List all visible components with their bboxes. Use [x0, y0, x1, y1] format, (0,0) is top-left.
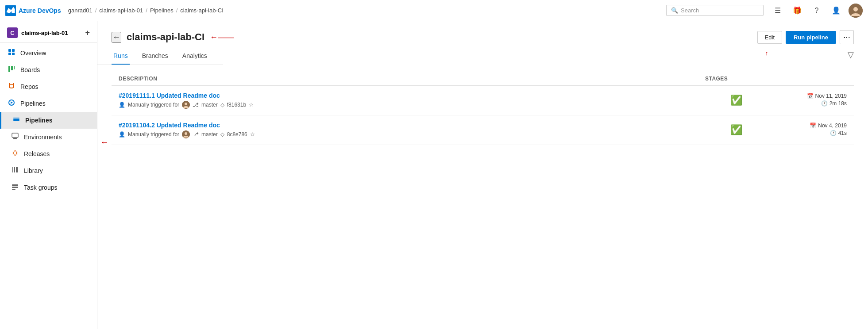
- svg-point-27: [185, 103, 187, 105]
- trigger-icon: 👤: [119, 131, 125, 138]
- run-pipeline-button[interactable]: Run pipeline: [786, 31, 836, 44]
- nav-label-releases: Releases: [24, 150, 50, 157]
- svg-point-2: [853, 7, 858, 11]
- star-icon: ☆: [250, 131, 255, 138]
- svg-rect-3: [8, 49, 11, 52]
- row-meta: 👤 Manually triggered for ⎇ master ◇ f816…: [119, 101, 705, 109]
- row-title[interactable]: #20191104.2 Updated Readme doc: [119, 122, 705, 129]
- branch-icon: ⎇: [193, 102, 199, 108]
- page-title: claims-api-lab-CI: [127, 31, 204, 43]
- row-description: #20191104.2 Updated Readme doc 👤 Manuall…: [119, 122, 705, 138]
- svg-rect-6: [12, 53, 15, 55]
- branch-name: master: [201, 131, 218, 138]
- breadcrumb-project[interactable]: claims-api-lab-01: [99, 7, 143, 14]
- table-row[interactable]: #20191111.1 Updated Readme doc 👤 Manuall…: [112, 86, 854, 115]
- nav-item-overview[interactable]: Overview: [0, 45, 97, 61]
- project-header: C claims-api-lab-01: [7, 27, 68, 38]
- svg-rect-24: [12, 187, 18, 188]
- nav-item-task-groups[interactable]: Task groups: [0, 179, 97, 196]
- header-actions: Edit Run pipeline ⋯ ↑: [757, 30, 854, 44]
- row-date: 📅 Nov 4, 2019 🕐 41s: [767, 122, 847, 138]
- nav-item-environments[interactable]: Environments: [0, 129, 97, 145]
- commit-icon: ◇: [220, 102, 224, 108]
- nav-item-repos[interactable]: Repos: [0, 78, 97, 95]
- date-value: Nov 11, 2019: [815, 93, 847, 99]
- breadcrumb-org[interactable]: ganrad01: [68, 7, 93, 14]
- nav-item-pipelines-header[interactable]: Pipelines: [0, 95, 97, 112]
- trigger-text: Manually triggered for: [128, 131, 179, 138]
- title-row: ← claims-api-lab-CI ←——: [112, 31, 234, 43]
- svg-rect-4: [12, 49, 15, 52]
- table-header: Description Stages: [112, 72, 854, 86]
- tabs: Runs Branches Analytics: [97, 48, 223, 65]
- star-icon: ☆: [249, 102, 254, 108]
- svg-rect-13: [13, 119, 19, 120]
- trigger-icon: 👤: [119, 102, 125, 108]
- main-header: ← claims-api-lab-CI ←—— Edit Run pipelin…: [97, 21, 868, 44]
- gift-icon[interactable]: 🎁: [790, 4, 804, 18]
- nav-item-library[interactable]: Library: [0, 162, 97, 179]
- add-project-button[interactable]: +: [85, 28, 90, 38]
- user-avatar: [182, 101, 190, 109]
- edit-button[interactable]: Edit: [757, 31, 782, 44]
- search-icon: 🔍: [671, 7, 678, 14]
- main-content: ← claims-api-lab-CI ←—— Edit Run pipelin…: [97, 21, 868, 329]
- filter-button[interactable]: ▽: [848, 50, 854, 60]
- svg-rect-8: [11, 66, 13, 70]
- nav-section: Overview Boards Repos Pipe: [0, 43, 97, 198]
- breadcrumb-sep3: /: [176, 7, 178, 14]
- commit-icon: ◇: [220, 131, 224, 138]
- row-meta: 👤 Manually triggered for ⎇ master ◇ 8c8e…: [119, 130, 705, 138]
- left-nav-header: C claims-api-lab-01 +: [0, 21, 97, 43]
- row-description: #20191111.1 Updated Readme doc 👤 Manuall…: [119, 92, 705, 109]
- nav-item-boards[interactable]: Boards: [0, 61, 97, 78]
- duration-line: 🕐 2m 18s: [767, 100, 847, 107]
- breadcrumb-pipeline[interactable]: claims-api-lab-CI: [180, 7, 224, 14]
- nav-item-pipelines-sub[interactable]: Pipelines: [0, 112, 97, 129]
- clock-icon: 🕐: [830, 130, 837, 136]
- row-stages: ✅: [705, 124, 767, 136]
- branch-icon: ⎇: [193, 131, 199, 138]
- tab-branches[interactable]: Branches: [140, 48, 170, 65]
- pipelines-header-icon: [7, 99, 16, 108]
- more-options-button[interactable]: ⋯: [840, 30, 854, 44]
- nav-label-library: Library: [24, 167, 43, 174]
- nav-item-releases[interactable]: Releases: [0, 145, 97, 162]
- breadcrumb-sep2: /: [146, 7, 147, 14]
- stage-success-icon: ✅: [730, 95, 742, 106]
- avatar[interactable]: [849, 4, 863, 18]
- svg-rect-15: [12, 133, 18, 138]
- pipeline-table: Description Stages #20191111.1 Updated R…: [97, 72, 868, 159]
- svg-rect-21: [14, 167, 15, 172]
- col-description: Description: [119, 76, 705, 82]
- back-button[interactable]: ←: [112, 32, 121, 43]
- clock-icon: 🕐: [821, 100, 828, 107]
- table-row[interactable]: #20191104.2 Updated Readme doc 👤 Manuall…: [112, 115, 854, 145]
- row-title[interactable]: #20191111.1 Updated Readme doc: [119, 92, 705, 99]
- project-icon: C: [7, 27, 18, 38]
- overview-icon: [7, 49, 16, 57]
- nav-label-repos: Repos: [20, 83, 38, 90]
- duration-line: 🕐 41s: [767, 130, 847, 136]
- svg-rect-14: [13, 120, 19, 121]
- search-box[interactable]: 🔍 Search: [666, 5, 764, 16]
- topbar: Azure DevOps ganrad01 / claims-api-lab-0…: [0, 0, 868, 21]
- svg-rect-25: [12, 189, 15, 190]
- logo[interactable]: Azure DevOps: [5, 5, 61, 16]
- left-nav: C claims-api-lab-01 + Overview Boards: [0, 21, 97, 329]
- svg-rect-7: [8, 66, 10, 72]
- breadcrumb-section[interactable]: Pipelines: [150, 7, 174, 14]
- stage-success-icon: ✅: [730, 124, 742, 136]
- list-icon[interactable]: ☰: [771, 4, 785, 18]
- calendar-icon: 📅: [807, 93, 814, 99]
- col-stages: Stages: [705, 76, 767, 82]
- layout: C claims-api-lab-01 + Overview Boards: [0, 21, 868, 329]
- tab-analytics[interactable]: Analytics: [181, 48, 209, 65]
- duration-value: 2m 18s: [829, 100, 847, 107]
- duration-value: 41s: [838, 130, 847, 136]
- user-icon[interactable]: 👤: [829, 4, 843, 18]
- help-icon[interactable]: ?: [810, 4, 824, 18]
- avatar-image: [849, 4, 863, 18]
- svg-point-29: [185, 132, 187, 135]
- tab-runs[interactable]: Runs: [112, 48, 130, 65]
